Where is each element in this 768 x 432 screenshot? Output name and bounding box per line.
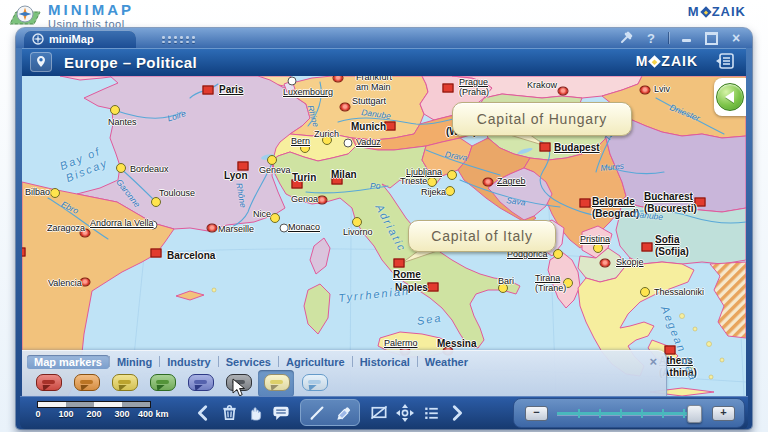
back-arrow-icon[interactable]: [716, 83, 744, 111]
city-marker: [110, 105, 120, 115]
marker-orange-icon[interactable]: [74, 374, 100, 391]
previous-icon[interactable]: [190, 400, 216, 426]
city-label: Barcelona: [167, 250, 215, 262]
marker-yellow-icon[interactable]: [112, 374, 138, 391]
city-label: Luxembourg: [283, 87, 333, 97]
city-label: Lviv: [654, 84, 670, 94]
city-marker: [203, 86, 214, 95]
app-title: MINIMAP: [48, 2, 134, 17]
river-label: Mures: [600, 161, 625, 173]
drawing-tool-group: [300, 399, 360, 426]
minimize-icon[interactable]: [678, 31, 694, 45]
tab-minimap[interactable]: miniMap: [24, 30, 136, 48]
zoom-slider-track[interactable]: [557, 412, 697, 415]
city-marker: [580, 199, 591, 208]
legend-icon[interactable]: [418, 400, 444, 426]
city-marker: [394, 259, 405, 268]
city-marker: [540, 143, 551, 152]
pencil-icon[interactable]: [304, 400, 330, 426]
zoom-tick: [578, 409, 580, 418]
city-marker: [483, 178, 494, 187]
scale-label: 0: [35, 409, 40, 419]
zoom-control: − +: [513, 398, 745, 428]
city-marker: [344, 139, 353, 148]
marker-green-icon[interactable]: [150, 374, 176, 391]
zoom-in-button[interactable]: +: [712, 406, 735, 421]
bottom-toolbar: 0100200300400 km: [20, 396, 748, 429]
tab-mining[interactable]: Mining: [110, 355, 159, 369]
marker-blue-icon[interactable]: [188, 374, 214, 391]
map-header: Europe – Political MZAIK: [22, 48, 746, 76]
city-label: Munich: [351, 121, 386, 133]
marker-pale-yellow-icon[interactable]: [264, 374, 290, 391]
marker-pale-blue-icon[interactable]: [302, 374, 328, 391]
city-label: Lyon: [224, 170, 248, 182]
tab-historical[interactable]: Historical: [353, 355, 417, 369]
city-marker: [553, 249, 563, 259]
selection-icon[interactable]: [366, 400, 392, 426]
city-label: Monaco: [288, 222, 320, 232]
tab-map-markers[interactable]: Map markers: [27, 355, 109, 369]
city-marker: [558, 87, 569, 96]
callout-italy[interactable]: Capital of Italy: [408, 220, 556, 252]
city-label: Pristina: [580, 234, 610, 244]
page-title: Europe – Political: [64, 54, 197, 71]
drag-grip[interactable]: [162, 36, 197, 43]
mozaik-diamond-icon: [648, 55, 661, 68]
city-label: Bari: [498, 276, 514, 286]
grab-hand-icon[interactable]: [242, 400, 268, 426]
trash-icon[interactable]: [216, 400, 242, 426]
tab-weather[interactable]: Weather: [418, 355, 475, 369]
tab-industry[interactable]: Industry: [160, 355, 217, 369]
pin-icon[interactable]: [618, 31, 634, 45]
zoom-tick: [662, 409, 664, 418]
zoom-tick: [683, 409, 685, 418]
tab-services[interactable]: Services: [219, 355, 278, 369]
back-button-container: [714, 78, 746, 116]
side-panel-icon[interactable]: [716, 53, 734, 73]
city-marker: [340, 103, 351, 112]
highlighter-icon[interactable]: [330, 400, 356, 426]
city-label: Milan: [331, 169, 357, 181]
city-label: Genoa: [291, 194, 318, 204]
city-marker: [600, 259, 611, 268]
river-label: Garonne: [114, 177, 142, 209]
callout-hungary[interactable]: Capital of Hungary: [452, 102, 632, 136]
tab-agriculture[interactable]: Agriculture: [279, 355, 352, 369]
city-label: Thessaloniki: [654, 287, 704, 297]
pan-icon[interactable]: [392, 400, 418, 426]
map-scale: 0100200300400 km: [34, 402, 194, 420]
close-icon[interactable]: ×: [728, 31, 744, 45]
city-marker: [288, 77, 297, 86]
city-marker: [428, 283, 439, 292]
city-marker: [385, 122, 396, 131]
zoom-slider-handle[interactable]: [687, 405, 702, 423]
zoom-out-button[interactable]: −: [525, 406, 548, 421]
city-marker: [207, 224, 218, 233]
callout-icon[interactable]: [268, 400, 294, 426]
city-marker: [445, 186, 455, 196]
maximize-icon[interactable]: [703, 31, 719, 45]
city-label: Bilbao: [25, 187, 50, 197]
city-marker: [333, 76, 344, 83]
mouse-cursor-icon: [232, 378, 246, 396]
compass-icon: [32, 33, 44, 45]
city-label: Prague(Praha): [459, 77, 489, 98]
city-label: Toulouse: [159, 188, 195, 198]
help-icon[interactable]: ?: [643, 31, 659, 45]
city-marker: [352, 217, 362, 227]
city-label: Rijeka: [421, 187, 446, 197]
panel-close-icon[interactable]: ×: [649, 355, 657, 368]
city-label: Palermo: [384, 338, 418, 348]
scale-label: 300: [114, 409, 129, 419]
city-label: Skopje: [616, 257, 644, 267]
city-label: Stuttgart: [352, 96, 386, 106]
divider: [668, 32, 669, 44]
marker-red-icon[interactable]: [36, 374, 62, 391]
city-label: Trieste: [400, 176, 427, 186]
city-label: Ljubljana: [406, 167, 442, 177]
map-canvas[interactable]: ParisNantesBordeauxToulouseBilbaoLyonMar…: [22, 76, 746, 396]
next-icon[interactable]: [444, 400, 470, 426]
page-top: MINIMAP Using this tool MZAIK: [0, 0, 768, 28]
zoom-tick: [641, 409, 643, 418]
